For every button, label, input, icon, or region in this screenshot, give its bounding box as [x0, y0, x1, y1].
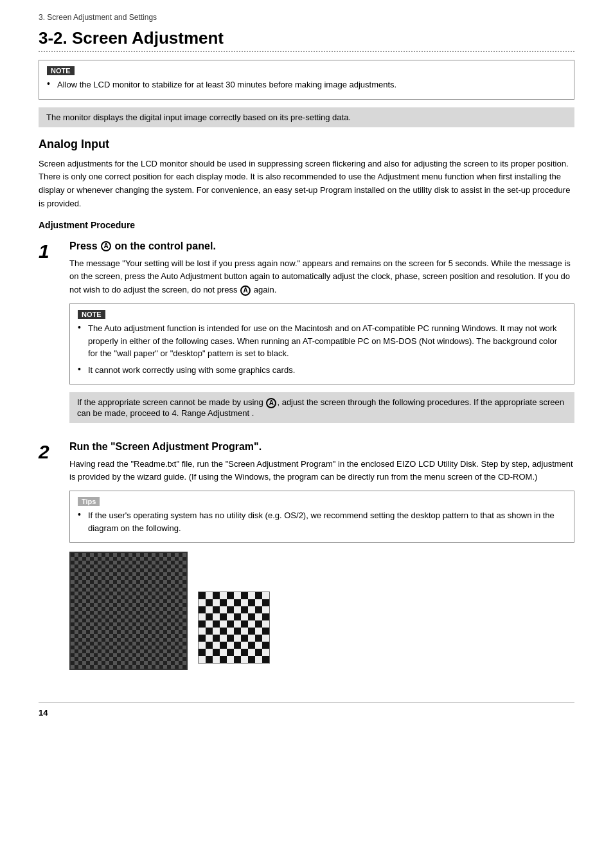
note-label-2: NOTE: [78, 310, 105, 319]
tips-label: Tips: [78, 497, 100, 506]
note-text-2a: The Auto adjustment function is intended…: [88, 322, 566, 360]
gray-info-text-1: The monitor displays the digital input i…: [46, 113, 351, 122]
adjustment-procedure-title: Adjustment Procedure: [39, 220, 574, 230]
gray-info-box-2: If the appropriate screen cannot be made…: [69, 392, 574, 423]
gray-info2-pre: If the appropriate screen cannot be made…: [77, 397, 265, 407]
auto-adj-icon-1: A: [101, 241, 111, 251]
note-box-2: NOTE • The Auto adjustment function is i…: [69, 303, 574, 384]
step-2-heading: Run the "Screen Adjustment Program".: [69, 441, 574, 453]
step-2-number: 2: [39, 441, 69, 462]
tips-box: Tips • If the user's operating system ha…: [69, 491, 574, 543]
auto-adj-icon-3: A: [266, 398, 276, 408]
auto-adj-icon-2: A: [240, 285, 251, 296]
step-1-body: The message "Your setting will be lost i…: [69, 257, 574, 297]
step-2-row: 2 Run the "Screen Adjustment Program". H…: [39, 441, 574, 683]
bullet-icon-2b: •: [78, 364, 87, 374]
analog-input-body: Screen adjustments for the LCD monitor s…: [39, 158, 574, 211]
dotted-divider: [39, 51, 574, 52]
step-1-content: Press A on the control panel. The messag…: [69, 240, 574, 433]
note-text-1: Allow the LCD monitor to stabilize for a…: [57, 78, 396, 91]
bullet-icon-2a: •: [78, 322, 87, 332]
checkerboard-container: [69, 552, 574, 670]
tips-text: If the user's operating system has no ut…: [88, 509, 566, 534]
page-footer: 14: [39, 702, 574, 718]
gray-info-box-1: The monitor displays the digital input i…: [39, 107, 574, 127]
step-1-number: 1: [39, 240, 69, 261]
page-number: 14: [39, 708, 48, 718]
step-1-heading-pre: Press: [69, 240, 100, 251]
section-title-bar: 3-2. Screen Adjustment: [39, 28, 574, 52]
step-2-content: Run the "Screen Adjustment Program". Hav…: [69, 441, 574, 683]
note-label-1: NOTE: [47, 66, 75, 75]
bullet-icon-1: •: [47, 78, 56, 89]
checker-large-image: [69, 552, 188, 670]
section-title: 3-2. Screen Adjustment: [39, 28, 574, 48]
checker-small-image: [198, 592, 270, 664]
step-1-heading-post: on the control panel.: [112, 240, 216, 251]
note-box-1: NOTE • Allow the LCD monitor to stabiliz…: [39, 60, 574, 100]
note-text-2b: It cannot work correctly using with some…: [88, 364, 295, 377]
step-1-heading: Press A on the control panel.: [69, 240, 574, 252]
step-1-row: 1 Press A on the control panel. The mess…: [39, 240, 574, 433]
analog-input-title: Analog Input: [39, 138, 574, 151]
breadcrumb: 3. Screen Adjustment and Settings: [39, 13, 574, 22]
bullet-icon-tips: •: [78, 509, 87, 520]
step-2-body: Having read the "Readme.txt" file, run t…: [69, 458, 574, 485]
